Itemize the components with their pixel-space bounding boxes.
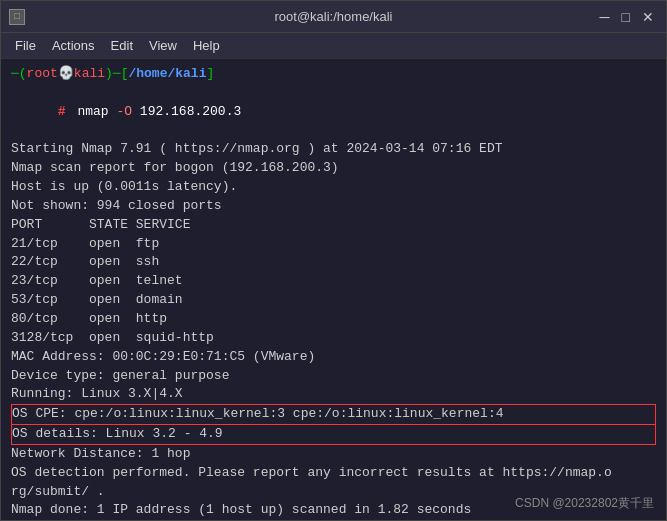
menubar: File Actions Edit View Help [1, 33, 666, 59]
cmd-ip: 192.168.200.3 [132, 104, 241, 119]
output-line-5: 21/tcp open ftp [11, 235, 656, 254]
menu-help[interactable]: Help [185, 36, 228, 55]
prompt-bracket-1: )─[ [105, 65, 128, 84]
prompt-dash-1: ─( [11, 65, 27, 84]
titlebar-left: □ [9, 9, 25, 25]
os-cpe-line: OS CPE: cpe:/o:linux:linux_kernel:3 cpe:… [11, 404, 656, 425]
prompt-user: root [27, 65, 58, 84]
minimize-button[interactable]: ─ [596, 9, 614, 25]
titlebar: □ root@kali:/home/kali ─ □ ✕ [1, 1, 666, 33]
output-line-7: 23/tcp open telnet [11, 272, 656, 291]
prompt-host: kali [74, 65, 105, 84]
menu-edit[interactable]: Edit [103, 36, 141, 55]
cmd-flag: -O [116, 104, 132, 119]
prompt-skull: 💀 [58, 65, 74, 84]
command-line: # nmap -O 192.168.200.3 [11, 84, 656, 141]
window-title: root@kali:/home/kali [275, 9, 393, 24]
output-line-10: 3128/tcp open squid-http [11, 329, 656, 348]
cmd-nmap: nmap [70, 104, 117, 119]
menu-view[interactable]: View [141, 36, 185, 55]
prompt-hash-1: # [58, 104, 66, 119]
prompt-line-1: ─(root💀kali)─[/home/kali] [11, 65, 656, 84]
terminal-window: □ root@kali:/home/kali ─ □ ✕ File Action… [0, 0, 667, 521]
output-line-2: Host is up (0.0011s latency). [11, 178, 656, 197]
output-line-13: Running: Linux 3.X|4.X [11, 385, 656, 404]
prompt-bracket-2: ] [206, 65, 214, 84]
output-line-8: 53/tcp open domain [11, 291, 656, 310]
watermark: CSDN @20232802黄千里 [515, 495, 654, 512]
window-icon: □ [9, 9, 25, 25]
titlebar-controls[interactable]: ─ □ ✕ [596, 9, 658, 25]
output-line-3: Not shown: 994 closed ports [11, 197, 656, 216]
close-button[interactable]: ✕ [638, 9, 658, 25]
output-line-6: 22/tcp open ssh [11, 253, 656, 272]
output-line-11: MAC Address: 00:0C:29:E0:71:C5 (VMware) [11, 348, 656, 367]
prompt-path-1: /home/kali [128, 65, 206, 84]
output-line-1: Nmap scan report for bogon (192.168.200.… [11, 159, 656, 178]
output-line-18: OS detection performed. Please report an… [11, 464, 656, 483]
terminal-body[interactable]: ─(root💀kali)─[/home/kali] # nmap -O 192.… [1, 59, 666, 520]
output-line-4: PORT STATE SERVICE [11, 216, 656, 235]
maximize-button[interactable]: □ [618, 9, 634, 25]
menu-file[interactable]: File [7, 36, 44, 55]
os-details-line: OS details: Linux 3.2 - 4.9 [11, 425, 656, 445]
output-line-0: Starting Nmap 7.91 ( https://nmap.org ) … [11, 140, 656, 159]
output-line-16: Network Distance: 1 hop [11, 445, 656, 464]
output-line-9: 80/tcp open http [11, 310, 656, 329]
menu-actions[interactable]: Actions [44, 36, 103, 55]
output-line-12: Device type: general purpose [11, 367, 656, 386]
